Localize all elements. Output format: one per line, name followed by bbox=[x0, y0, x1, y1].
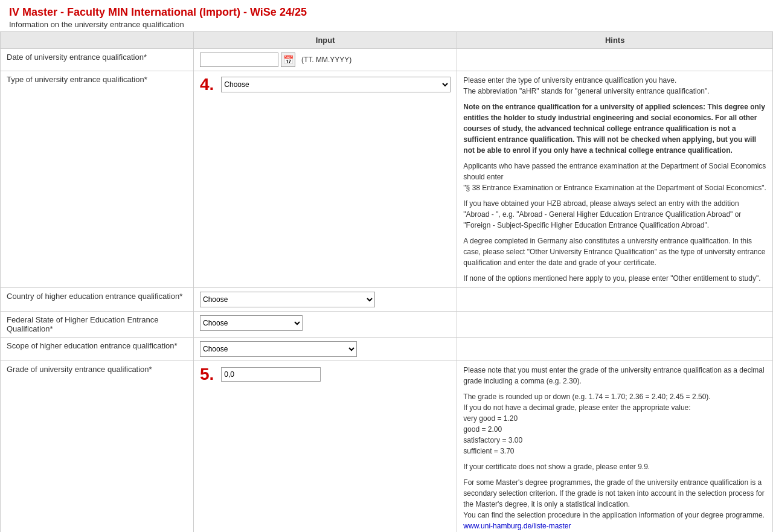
type-input-cell: 4. Choose bbox=[194, 71, 457, 288]
grade-label: Grade of university entrance qualificati… bbox=[1, 361, 194, 533]
col-header-input: Input bbox=[194, 32, 457, 49]
federal-input-cell: Choose bbox=[194, 312, 457, 338]
country-input-cell: Choose bbox=[194, 288, 457, 312]
type-hint-para6: If none of the options mentioned here ap… bbox=[463, 274, 760, 283]
country-hints-cell bbox=[457, 288, 773, 312]
grade-input-cell: 5. bbox=[194, 361, 457, 533]
country-select[interactable]: Choose bbox=[200, 292, 375, 307]
scope-hints-cell bbox=[457, 338, 773, 361]
grade-hint-line3: If you do not have a decimal grade, plea… bbox=[463, 403, 690, 412]
date-input[interactable] bbox=[200, 53, 278, 67]
col-header-hints: Hints bbox=[457, 32, 773, 49]
date-label: Date of university entrance qualificatio… bbox=[1, 49, 194, 71]
type-hint-para3b: "§ 38 Entrance Examination or Entrance E… bbox=[463, 184, 766, 192]
grade-hint-line2: The grade is rounded up or down (e.g. 1.… bbox=[463, 393, 710, 401]
calendar-button[interactable]: 📅 bbox=[281, 53, 295, 67]
page-subtitle: Information on the university entrance q… bbox=[9, 20, 764, 29]
scope-input-cell: Choose bbox=[194, 338, 457, 361]
type-hint-para5: A degree completed in Germany also const… bbox=[463, 237, 765, 267]
step-4-number: 4. bbox=[200, 75, 214, 94]
page-title: IV Master - Faculty MIN International (I… bbox=[9, 6, 764, 19]
col-header-empty bbox=[1, 32, 194, 49]
type-hint-bold: Note on the entrance qualification for a… bbox=[463, 103, 765, 155]
federal-label: Federal State of Higher Education Entran… bbox=[1, 312, 194, 338]
federal-select[interactable]: Choose bbox=[200, 315, 303, 331]
type-hint-line2: The abbreviation "aHR" stands for "gener… bbox=[463, 87, 709, 95]
grade-hint-values: very good = 1.20 good = 2.00 satisfactor… bbox=[463, 414, 522, 455]
scope-select[interactable]: Choose bbox=[200, 341, 357, 357]
date-format-hint: (TT. MM.YYYY) bbox=[301, 56, 351, 64]
federal-hints-cell bbox=[457, 312, 773, 338]
country-label: Country of higher education entrance qua… bbox=[1, 288, 194, 312]
grade-input[interactable] bbox=[221, 367, 321, 382]
date-input-cell: 📅 (TT. MM.YYYY) bbox=[194, 49, 457, 71]
grade-hint-line5: For some Master's degree programmes, the… bbox=[463, 478, 764, 508]
type-hint-para4: If you have obtained your HZB abroad, pl… bbox=[463, 199, 741, 229]
grade-hint-link[interactable]: www.uni-hamburg.de/liste-master bbox=[463, 522, 571, 530]
grade-hint-line1: Please note that you must enter the grad… bbox=[463, 366, 764, 385]
type-hint-para3: Applicants who have passed the entrance … bbox=[463, 162, 766, 181]
scope-label: Scope of higher education entrance quali… bbox=[1, 338, 194, 361]
grade-hint-line4: If your certificate does not show a grad… bbox=[463, 463, 650, 471]
grade-hint-line6: You can find the selection procedure in … bbox=[463, 511, 765, 519]
type-label: Type of university entrance qualificatio… bbox=[1, 71, 194, 288]
type-hints-cell: Please enter the type of university entr… bbox=[457, 71, 773, 288]
step-5-number: 5. bbox=[200, 365, 214, 384]
grade-hints-cell: Please note that you must enter the grad… bbox=[457, 361, 773, 533]
type-hint-line1: Please enter the type of university entr… bbox=[463, 76, 676, 85]
date-hints-cell bbox=[457, 49, 773, 71]
type-select[interactable]: Choose bbox=[221, 77, 451, 92]
